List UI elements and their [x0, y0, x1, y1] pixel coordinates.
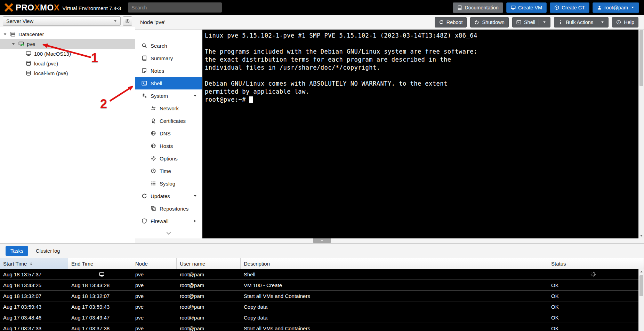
scroll-up-icon[interactable] [639, 270, 643, 274]
column-label: Start Time [3, 261, 27, 267]
task-end-time: Aug 17 03:49:47 [68, 312, 132, 323]
tree-item-pve[interactable]: pve [0, 39, 135, 49]
task-row[interactable]: Aug 17 03:48:46 Aug 17 03:49:47 pve root… [0, 312, 638, 323]
scrollbar-thumb[interactable] [639, 30, 643, 86]
scrollbar-thumb[interactable] [639, 275, 643, 296]
documentation-button[interactable]: Documentation [453, 2, 503, 13]
content-header: Node 'pve' Reboot Shutdown Shell Bulk Ac… [135, 15, 644, 30]
shell-button[interactable]: Shell [512, 17, 550, 27]
menu-item-notes[interactable]: Notes [135, 64, 202, 77]
book-icon [142, 55, 147, 61]
menu-item-shell[interactable]: Shell [135, 77, 202, 89]
help-button[interactable]: ? Help [612, 17, 638, 27]
logo-text: MO [40, 3, 54, 12]
task-row[interactable]: Aug 18 13:32:07 Aug 18 13:32:07 pve root… [0, 291, 638, 301]
button-divider [597, 19, 597, 25]
node-title: Node 'pve' [140, 19, 165, 25]
create-ct-button[interactable]: Create CT [550, 2, 589, 13]
menu-item-certificates[interactable]: Certificates [135, 115, 202, 127]
menu-item-syslog[interactable]: Syslog [135, 177, 202, 190]
task-start-time: Aug 18 13:32:07 [0, 291, 68, 301]
reboot-icon [439, 20, 444, 25]
menu-item-system[interactable]: System [135, 89, 202, 102]
panel-splitter[interactable] [135, 238, 644, 243]
menu-item-label: Certificates [160, 118, 186, 124]
header-buttons: Documentation Create VM Create CT root@p… [453, 2, 644, 13]
shell-terminal[interactable]: Linux pve 5.15.102-1-pve #1 SMP PVE 5.15… [202, 30, 638, 238]
task-row[interactable]: Aug 17 03:59:43 Aug 17 03:59:43 pve root… [0, 301, 638, 312]
note-icon [142, 68, 147, 73]
help-label: Help [624, 19, 634, 25]
column-header-node[interactable]: Node [132, 258, 177, 269]
sidebar-settings-button[interactable] [123, 16, 132, 26]
sort-desc-icon [29, 261, 33, 266]
tree-item-storage-local[interactable]: local (pve) [0, 58, 135, 68]
chevron-down-icon[interactable] [193, 194, 197, 198]
task-node: pve [132, 280, 177, 291]
tree-item-datacenter[interactable]: Datacenter [0, 29, 135, 39]
chevron-down-icon [631, 6, 635, 9]
menu-scroll-down-indicator[interactable] [135, 231, 202, 236]
column-header-user-name[interactable]: User name [177, 258, 241, 269]
column-header-end-time[interactable]: End Time [68, 258, 132, 269]
tab-tasks[interactable]: Tasks [6, 246, 28, 256]
tasks-scrollbar[interactable] [638, 269, 644, 331]
task-row[interactable]: Aug 17 03:37:33 Aug 17 03:37:38 pve root… [0, 323, 638, 331]
tree-item-label: local (pve) [34, 61, 58, 66]
menu-item-label: Network [160, 105, 179, 111]
proxmox-x-icon [4, 3, 14, 12]
expander-icon[interactable] [11, 42, 16, 46]
terminal-icon [142, 80, 147, 86]
menu-item-summary[interactable]: Summary [135, 52, 202, 64]
menu-item-label: Firewall [151, 218, 169, 224]
menu-item-time[interactable]: Time [135, 165, 202, 177]
chevron-down-icon[interactable] [542, 20, 546, 24]
cube-icon [554, 5, 559, 10]
menu-item-updates[interactable]: Updates [135, 190, 202, 202]
bulk-actions-button[interactable]: Bulk Actions [554, 17, 609, 27]
create-vm-button[interactable]: Create VM [506, 2, 547, 13]
chevron-right-icon[interactable] [193, 219, 197, 223]
tree-item-storage-local-lvm[interactable]: local-lvm (pve) [0, 68, 135, 78]
button-divider [539, 19, 539, 25]
collapse-handle[interactable] [313, 238, 331, 243]
node-menu: Search Summary Notes Shell System Networ… [135, 30, 202, 243]
scroll-down-icon[interactable] [639, 234, 643, 238]
column-header-status[interactable]: Status [548, 258, 644, 269]
task-row[interactable]: Aug 18 13:43:25 Aug 18 13:43:28 pve root… [0, 280, 638, 291]
chevron-down-icon[interactable] [601, 20, 604, 24]
view-selector[interactable]: Server View [3, 16, 121, 26]
user-label: root@pam [604, 5, 628, 10]
column-header-start-time[interactable]: Start Time [0, 258, 68, 269]
resource-tree: Datacenter pve 100 (MacOS13) local (pve)… [0, 27, 135, 78]
chevron-down-icon[interactable] [193, 94, 197, 98]
shutdown-button[interactable]: Shutdown [470, 17, 509, 27]
tab-cluster-log[interactable]: Cluster log [31, 246, 65, 256]
menu-item-options[interactable]: Options [135, 152, 202, 165]
menu-item-repositories[interactable]: Repositories [135, 202, 202, 215]
expander-icon[interactable] [3, 32, 7, 37]
menu-item-search[interactable]: Search [135, 39, 202, 52]
task-status: OK [548, 323, 638, 331]
column-header-description[interactable]: Description [241, 258, 548, 269]
global-search-input[interactable] [128, 2, 222, 13]
menu-item-label: Notes [151, 68, 164, 74]
reboot-button[interactable]: Reboot [435, 17, 467, 27]
terminal-prompt-line: root@pve:~# [205, 96, 638, 104]
task-row[interactable]: Aug 18 13:57:37 pve root@pam Shell [0, 269, 638, 280]
menu-item-hosts[interactable]: Hosts [135, 140, 202, 152]
tree-item-vm-100[interactable]: 100 (MacOS13) [0, 49, 135, 58]
task-description: Start all VMs and Containers [241, 323, 548, 331]
terminal-scrollbar[interactable] [638, 30, 644, 238]
user-menu-button[interactable]: root@pam [593, 2, 639, 13]
menu-item-firewall[interactable]: Firewall [135, 215, 202, 227]
menu-item-dns[interactable]: DNS [135, 127, 202, 140]
svg-text:?: ? [618, 21, 620, 24]
search-icon [142, 43, 147, 48]
menu-item-network[interactable]: Network [135, 102, 202, 115]
tree-item-label: local-lvm (pve) [34, 70, 68, 76]
column-label: End Time [71, 261, 93, 267]
logo-x-letter: X [34, 3, 40, 12]
column-label: Description [244, 261, 270, 267]
task-start-time: Aug 17 03:37:33 [0, 323, 68, 331]
